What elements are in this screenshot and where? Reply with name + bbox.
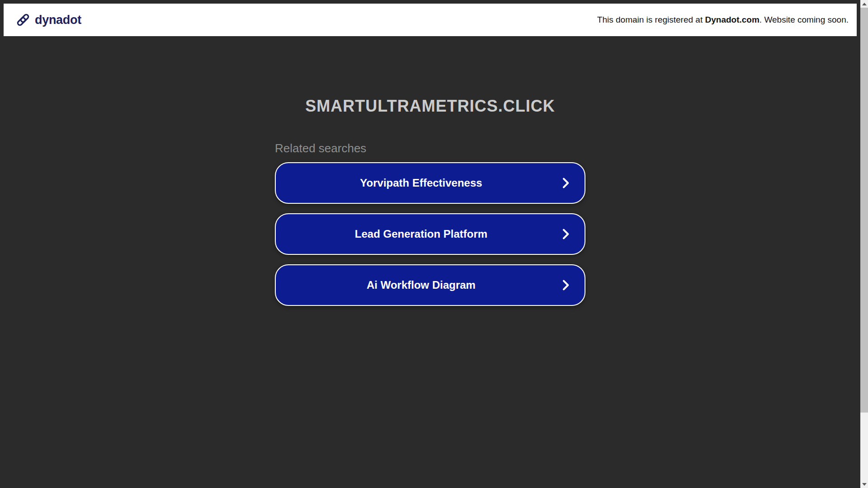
scrollbar-thumb[interactable] [860,8,868,413]
notice-prefix: This domain is registered at [597,15,705,24]
notice-suffix: . Website coming soon. [760,15,849,24]
scrollbar[interactable] [860,0,868,488]
brand-wordmark: dynadot [35,13,81,27]
chevron-right-icon [559,177,572,189]
related-searches-label: Related searches [275,141,585,155]
triangle-up-icon [862,3,867,5]
domain-name-title: SMARTULTRAMETRICS.CLICK [275,96,585,116]
related-search-label: Yorvipath Effectiveness [360,177,482,189]
related-search-button[interactable]: Ai Workflow Diagram [275,264,585,306]
parking-page: dynadot This domain is registered at Dyn… [0,0,868,488]
main-content: SMARTULTRAMETRICS.CLICK Related searches… [0,36,860,315]
related-search-label: Lead Generation Platform [355,228,487,240]
scroll-up-button[interactable] [860,0,868,8]
related-search-button[interactable]: Yorvipath Effectiveness [275,162,585,204]
registrar-link[interactable]: Dynadot.com [705,15,760,24]
related-search-button[interactable]: Lead Generation Platform [275,213,585,255]
chevron-right-icon [559,279,572,291]
triangle-down-icon [862,483,867,486]
scroll-down-button[interactable] [860,480,868,488]
header-bar: dynadot This domain is registered at Dyn… [4,4,857,36]
related-searches-list: Yorvipath Effectiveness Lead Generation … [275,162,585,306]
chain-link-icon [15,12,31,28]
related-search-label: Ai Workflow Diagram [367,279,476,291]
chevron-right-icon [559,228,572,240]
registration-notice: This domain is registered at Dynadot.com… [597,15,849,25]
dynadot-logo[interactable]: dynadot [15,12,81,28]
